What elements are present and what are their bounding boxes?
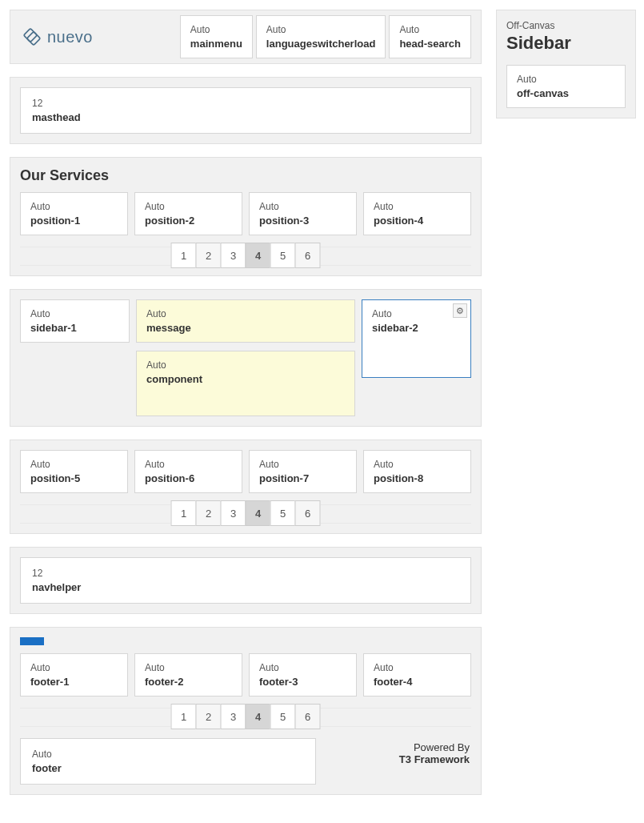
pager-btn-6[interactable]: 6 [295, 704, 321, 729]
pager-btn-2[interactable]: 2 [196, 500, 222, 526]
pager-btn-5[interactable]: 5 [270, 500, 296, 526]
services-heading: Our Services [20, 167, 471, 184]
footer-panel: Autofooter-1 Autofooter-2 Autofooter-3 A… [10, 627, 482, 795]
pager-btn-3[interactable]: 3 [221, 500, 246, 526]
module-sidebar-1[interactable]: Auto sidebar-1 [20, 299, 130, 343]
module-position-7[interactable]: Autoposition-7 [249, 450, 357, 493]
module-sidebar-2[interactable]: ⚙ Auto sidebar-2 [362, 299, 471, 378]
footer-credit: Powered By T3 Framework [398, 738, 471, 769]
module-position-5[interactable]: Autoposition-5 [20, 450, 128, 493]
spotlight2-pager: 1 2 3 4 5 6 [20, 504, 471, 524]
module-footer-3[interactable]: Autofooter-3 [249, 653, 357, 697]
header-panel: nuevo Auto mainmenu Auto languageswitche… [10, 10, 482, 64]
pager-btn-2[interactable]: 2 [196, 704, 222, 729]
main-column: nuevo Auto mainmenu Auto languageswitche… [10, 10, 482, 808]
offcanvas-panel: Off-Canvas Sidebar Auto off-canvas [496, 10, 636, 118]
module-position-4[interactable]: Autoposition-4 [363, 192, 471, 235]
module-footer-2[interactable]: Autofooter-2 [134, 653, 242, 697]
module-footer-1[interactable]: Autofooter-1 [20, 653, 128, 697]
mainbody-panel: Auto sidebar-1 Auto message Auto compone… [10, 289, 482, 427]
module-footer-4[interactable]: Autofooter-4 [363, 653, 471, 697]
credit-line-2: T3 Framework [399, 753, 470, 765]
services-pager: 1 2 3 4 5 6 [20, 247, 471, 266]
module-message[interactable]: Auto message [136, 299, 355, 343]
services-positions-row: Autoposition-1 Autoposition-2 Autopositi… [20, 192, 471, 235]
pager-btn-6[interactable]: 6 [295, 500, 321, 526]
logo-text: nuevo [47, 28, 93, 46]
pager-btn-3[interactable]: 3 [221, 243, 246, 268]
module-position-6[interactable]: Autoposition-6 [134, 450, 242, 493]
module-languageswitcher[interactable]: Auto languageswitcherload [256, 15, 386, 58]
logo[interactable]: nuevo [20, 23, 174, 50]
masthead-panel: 12 masthead [10, 77, 482, 144]
pager-btn-6[interactable]: 6 [295, 243, 321, 268]
pager-btn-5[interactable]: 5 [270, 243, 296, 268]
module-position-3[interactable]: Autoposition-3 [249, 192, 357, 235]
module-navhelper[interactable]: 12 navhelper [20, 557, 471, 604]
pager-btn-2[interactable]: 2 [196, 243, 222, 268]
spotlight2-panel: Autoposition-5 Autoposition-6 Autopositi… [10, 440, 482, 534]
pager-btn-5[interactable]: 5 [270, 704, 296, 729]
pager-btn-4[interactable]: 4 [246, 704, 271, 729]
module-component[interactable]: Auto component [136, 351, 355, 416]
footer-accent-bar [20, 637, 44, 645]
module-position-8[interactable]: Autoposition-8 [363, 450, 471, 493]
module-off-canvas[interactable]: Auto off-canvas [506, 65, 626, 108]
pager-btn-1[interactable]: 1 [171, 243, 197, 268]
pager-btn-1[interactable]: 1 [171, 500, 197, 526]
module-footer[interactable]: Auto footer [20, 738, 316, 785]
module-mainmenu[interactable]: Auto mainmenu [180, 15, 253, 58]
module-masthead[interactable]: 12 masthead [20, 87, 471, 134]
credit-line-1: Powered By [399, 741, 470, 753]
footer-pager: 1 2 3 4 5 6 [20, 708, 471, 727]
module-head-search[interactable]: Auto head-search [389, 15, 471, 58]
offcanvas-column: Off-Canvas Sidebar Auto off-canvas [496, 10, 636, 131]
pager-btn-1[interactable]: 1 [171, 704, 197, 729]
offcanvas-title: Sidebar [506, 33, 626, 54]
navhelper-panel: 12 navhelper [10, 547, 482, 614]
pager-btn-4[interactable]: 4 [246, 500, 271, 526]
module-position-1[interactable]: Autoposition-1 [20, 192, 128, 235]
header-modules: Auto mainmenu Auto languageswitcherload … [180, 15, 471, 58]
gear-icon[interactable]: ⚙ [453, 303, 467, 318]
module-position-2[interactable]: Autoposition-2 [134, 192, 242, 235]
services-panel: Our Services Autoposition-1 Autoposition… [10, 157, 482, 276]
logo-icon [22, 26, 42, 47]
offcanvas-subtitle: Off-Canvas [506, 20, 626, 31]
pager-btn-4[interactable]: 4 [246, 243, 271, 268]
pager-btn-3[interactable]: 3 [221, 704, 246, 729]
